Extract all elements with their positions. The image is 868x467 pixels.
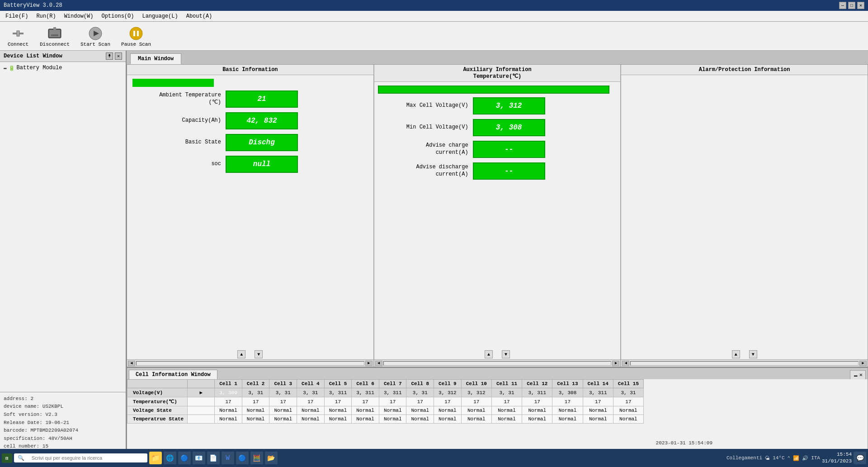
menu-window[interactable]: Window(W)	[61, 12, 97, 20]
cell-value[interactable]: 17	[613, 397, 643, 406]
cell-value[interactable]: Normal	[242, 406, 269, 415]
restore-button[interactable]: □	[848, 2, 855, 9]
cell-value[interactable]: Normal	[406, 415, 434, 424]
cell-value[interactable]: 3, 311	[522, 388, 552, 397]
aux-hscroll[interactable]: ◄ ►	[374, 359, 621, 367]
alarm-scroll-down[interactable]: ▼	[749, 350, 757, 358]
start-scan-button[interactable]: Start Scan	[77, 24, 114, 49]
menu-run[interactable]: Run(R)	[33, 12, 59, 20]
cell-value[interactable]: 3, 31	[406, 388, 434, 397]
taskbar-word[interactable]: W	[222, 452, 234, 464]
cell-value[interactable]: Normal	[297, 415, 325, 424]
cell-value[interactable]: 3, 311	[379, 388, 406, 397]
cell-value[interactable]: Normal	[522, 406, 552, 415]
cell-value[interactable]: Normal	[379, 415, 406, 424]
cell-value[interactable]: 3, 311	[583, 388, 613, 397]
taskbar-browser-2[interactable]: 🔵	[178, 452, 191, 464]
taskbar-browser-1[interactable]: 🌐	[164, 452, 176, 464]
pause-scan-button[interactable]: Pause Scan	[118, 24, 155, 49]
cell-resize-close[interactable]: 🗕 ✕	[850, 370, 866, 379]
cell-minimize-icon[interactable]: 🗕	[853, 372, 859, 378]
taskbar-email[interactable]: 📧	[193, 452, 205, 464]
menu-language[interactable]: Language(L)	[138, 12, 181, 20]
cell-value[interactable]: 17	[297, 397, 325, 406]
aux-scroll-up[interactable]: ▲	[485, 350, 493, 358]
taskbar-file-explorer[interactable]: 📁	[149, 452, 162, 464]
cell-value[interactable]: 17	[352, 397, 379, 406]
alarm-hscroll-track[interactable]	[630, 361, 859, 366]
menu-options[interactable]: Options(O)	[98, 12, 137, 20]
minimize-button[interactable]: —	[839, 2, 846, 9]
basic-scroll-down[interactable]: ▼	[255, 350, 263, 358]
cell-value[interactable]: Normal	[461, 415, 491, 424]
cell-value[interactable]: 17	[269, 397, 297, 406]
cell-value[interactable]: 17	[242, 397, 269, 406]
cell-value[interactable]: 17	[324, 397, 352, 406]
cell-value[interactable]: 17	[461, 397, 491, 406]
cell-value[interactable]: 3, 311	[324, 388, 352, 397]
aux-hscroll-right[interactable]: ►	[612, 361, 619, 366]
cell-value[interactable]: 3, 309	[215, 388, 242, 397]
basic-scroll-up[interactable]: ▲	[237, 350, 245, 358]
alarm-hscroll-right[interactable]: ►	[859, 361, 867, 366]
cell-value[interactable]: 17	[491, 397, 522, 406]
cell-table-container[interactable]: Cell 1 Cell 2 Cell 3 Cell 4 Cell 5 Cell …	[127, 379, 868, 453]
cell-value[interactable]: Normal	[324, 415, 352, 424]
cell-value[interactable]: Normal	[434, 406, 462, 415]
cell-value[interactable]: 17	[522, 397, 552, 406]
main-window-tab[interactable]: Main Window	[130, 53, 181, 64]
taskbar-folder2[interactable]: 📂	[265, 452, 278, 464]
cell-value[interactable]: Normal	[297, 406, 325, 415]
cell-value[interactable]: Normal	[583, 406, 613, 415]
taskbar-clock[interactable]: 15:54 31/01/2023	[822, 451, 852, 465]
cell-value[interactable]: 3, 311	[352, 388, 379, 397]
disconnect-button[interactable]: Disconnect	[36, 24, 73, 49]
cell-value[interactable]: Normal	[406, 406, 434, 415]
cell-value[interactable]: Normal	[613, 415, 643, 424]
battery-module-item[interactable]: ▬ 🔋 Battery Module	[2, 64, 124, 72]
cell-value[interactable]: Normal	[434, 415, 462, 424]
cell-value[interactable]: 3, 31	[297, 388, 325, 397]
cell-value[interactable]: Normal	[242, 415, 269, 424]
cell-value[interactable]: 17	[215, 397, 242, 406]
alarm-info-scroll[interactable]	[621, 75, 868, 349]
cell-value[interactable]: 17	[583, 397, 613, 406]
auxiliary-info-scroll[interactable]: Max Cell Voltage(V) 3, 312 Min Cell Volt…	[374, 82, 621, 349]
alarm-scroll-up[interactable]: ▲	[732, 350, 740, 358]
cell-value[interactable]: 17	[406, 397, 434, 406]
taskbar-browser-3[interactable]: 🔵	[236, 452, 249, 464]
basic-info-scroll[interactable]: Ambient Temperature(℃) 21 Capacity(Ah) 4…	[127, 75, 373, 349]
cell-value[interactable]: Normal	[352, 406, 379, 415]
close-button[interactable]: ✕	[857, 2, 864, 9]
cell-value[interactable]: 17	[552, 397, 583, 406]
cell-value[interactable]: Normal	[215, 415, 242, 424]
basic-hscroll-right[interactable]: ►	[365, 361, 373, 366]
cell-value[interactable]: 3, 31	[269, 388, 297, 397]
cell-value[interactable]: Normal	[324, 406, 352, 415]
cell-info-tab[interactable]: Cell Information Window	[129, 370, 217, 379]
cell-value[interactable]: Normal	[491, 406, 522, 415]
cell-value[interactable]: Normal	[352, 415, 379, 424]
cell-value[interactable]: Normal	[269, 415, 297, 424]
cell-value[interactable]: 3, 312	[461, 388, 491, 397]
alarm-hscroll-left[interactable]: ◄	[622, 361, 629, 366]
cell-value[interactable]: Normal	[613, 406, 643, 415]
aux-hscroll-track[interactable]	[383, 361, 612, 366]
taskbar-pdf[interactable]: 📄	[207, 452, 220, 464]
cell-value[interactable]: 3, 312	[434, 388, 462, 397]
menu-file[interactable]: File(F)	[2, 12, 32, 20]
cell-value[interactable]: 17	[434, 397, 462, 406]
cell-value[interactable]: 3, 31	[613, 388, 643, 397]
cell-value[interactable]: Normal	[583, 415, 613, 424]
menu-about[interactable]: About(A)	[183, 12, 216, 20]
cell-value[interactable]: Normal	[269, 406, 297, 415]
cell-value[interactable]: Normal	[552, 406, 583, 415]
taskbar-search-input[interactable]	[26, 453, 144, 462]
aux-hscroll-left[interactable]: ◄	[375, 361, 382, 366]
cell-close-icon[interactable]: ✕	[859, 372, 863, 378]
cell-value[interactable]: 3, 308	[552, 388, 583, 397]
taskbar-calc[interactable]: 🧮	[250, 452, 263, 464]
cell-value[interactable]: 17	[379, 397, 406, 406]
window-controls[interactable]: — □ ✕	[839, 2, 864, 9]
device-list-close-button[interactable]: ✕	[115, 52, 122, 60]
